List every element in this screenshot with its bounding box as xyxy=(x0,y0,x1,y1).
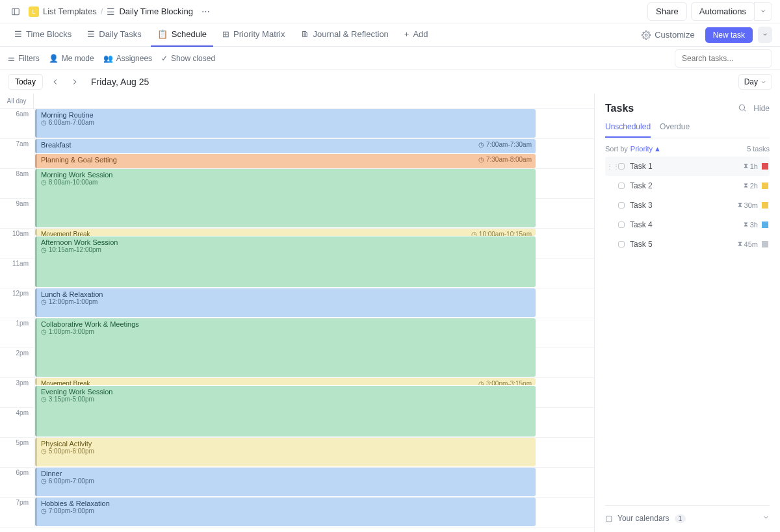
person-icon: 👤 xyxy=(49,54,58,63)
tab-daily-tasks[interactable]: ☰Daily Tasks xyxy=(81,23,148,47)
sort-dropdown[interactable]: Priority▲ xyxy=(630,145,661,153)
automations-button[interactable]: Automations xyxy=(691,2,755,21)
svg-point-3 xyxy=(740,105,745,110)
calendar-event[interactable]: Hobbies & Relaxation◷ 7:00pm-9:00pm xyxy=(35,498,536,526)
date-nav: Today Friday, Aug 25 Day xyxy=(0,70,780,94)
hour-label: 5pm xyxy=(0,438,34,467)
calendar-event[interactable]: Morning Work Session◷ 8:00am-10:00am xyxy=(35,169,536,227)
calendar-icon: 📋 xyxy=(157,29,168,39)
task-row[interactable]: ⋮⋮Task 1⧗1h xyxy=(605,157,770,176)
automations-dropdown[interactable] xyxy=(754,2,772,21)
calendar-event[interactable]: Lunch & Relaxation◷ 12:00pm-1:00pm xyxy=(35,288,536,317)
share-button[interactable]: Share xyxy=(647,2,687,21)
svg-point-2 xyxy=(645,34,647,36)
your-calendars[interactable]: ▢ Your calendars 1 xyxy=(605,505,770,523)
more-icon[interactable]: ⋯ xyxy=(198,4,214,19)
task-row[interactable]: ⋮⋮Task 4⧗3h xyxy=(605,215,770,234)
task-row[interactable]: ⋮⋮Task 3⧗30m xyxy=(605,196,770,215)
search-input[interactable] xyxy=(675,49,772,68)
calendar-grid: 6am7am8am9am10am11am12pm1pm2pm3pm4pm5pm6… xyxy=(0,109,594,527)
me-mode-button[interactable]: 👤Me mode xyxy=(49,54,94,63)
event-title: Collaborative Work & Meetings xyxy=(41,320,532,328)
event-time: ◷ 6:00pm-7:00pm xyxy=(41,477,532,485)
hour-label: 12pm xyxy=(0,288,34,318)
calendar-event[interactable]: Breakfast◷ 7:00am-7:30am xyxy=(35,139,536,153)
new-task-button[interactable]: New task xyxy=(705,27,753,43)
breadcrumb-list[interactable]: Daily Time Blocking xyxy=(119,6,192,16)
add-view-button[interactable]: +Add xyxy=(398,23,435,47)
priority-flag-icon[interactable] xyxy=(762,163,768,170)
hide-button[interactable]: Hide xyxy=(753,104,770,113)
view-range-selector[interactable]: Day xyxy=(738,74,772,90)
event-title: Afternoon Work Session xyxy=(41,238,532,246)
calendar-event[interactable]: Dinner◷ 6:00pm-7:00pm xyxy=(35,468,536,496)
filter-icon: ⚌ xyxy=(8,54,15,63)
tab-schedule[interactable]: 📋Schedule xyxy=(151,23,213,47)
task-duration: ⧗2h xyxy=(744,182,758,190)
event-time: ◷ 10:00am-10:15am xyxy=(471,231,532,236)
tab-time-blocks[interactable]: ☰Time Blocks xyxy=(8,23,78,47)
task-row[interactable]: ⋮⋮Task 5⧗45m xyxy=(605,234,770,254)
sidebar-toggle-icon[interactable] xyxy=(8,4,23,19)
task-status-checkbox[interactable] xyxy=(618,241,625,247)
chevron-down-icon[interactable] xyxy=(762,514,770,523)
calendar-event[interactable]: Movement Break◷ 10:00am-10:15am xyxy=(35,229,536,236)
event-time: ◷ 3:15pm-5:00pm xyxy=(41,396,532,403)
tab-priority-matrix[interactable]: ⊞Priority Matrix xyxy=(216,23,291,47)
task-count: 5 tasks xyxy=(747,145,770,153)
task-status-checkbox[interactable] xyxy=(618,163,625,170)
calendar-event[interactable]: Collaborative Work & Meetings◷ 1:00pm-3:… xyxy=(35,318,536,377)
priority-flag-icon[interactable] xyxy=(762,202,768,209)
tab-overdue[interactable]: Overdue xyxy=(660,122,690,138)
task-status-checkbox[interactable] xyxy=(618,183,625,189)
list-icon: ☰ xyxy=(14,29,22,39)
priority-flag-icon[interactable] xyxy=(762,222,768,228)
tab-unscheduled[interactable]: Unscheduled xyxy=(605,122,651,138)
gear-icon xyxy=(642,31,651,40)
calendar-icon: ▢ xyxy=(605,514,612,523)
hour-label: 1pm xyxy=(0,318,34,348)
list-icon: ☰ xyxy=(107,6,115,17)
calendar[interactable]: All day 6am7am8am9am10am11am12pm1pm2pm3p… xyxy=(0,94,595,532)
next-day-button[interactable] xyxy=(68,75,82,89)
breadcrumb: L List Templates / ☰ Daily Time Blocking… xyxy=(29,4,214,19)
event-time: ◷ 3:00pm-3:15pm xyxy=(478,380,532,385)
event-time: ◷ 8:00am-10:00am xyxy=(41,179,532,186)
folder-icon: L xyxy=(29,6,39,17)
drag-handle-icon[interactable]: ⋮⋮ xyxy=(606,163,613,170)
today-button[interactable]: Today xyxy=(8,74,43,90)
allday-label: All day xyxy=(0,94,34,108)
task-row[interactable]: ⋮⋮Task 2⧗2h xyxy=(605,176,770,196)
current-date: Friday, Aug 25 xyxy=(91,77,149,87)
new-task-dropdown[interactable] xyxy=(758,27,772,43)
event-title: Evening Work Session xyxy=(41,388,532,396)
event-time: ◷ 7:00pm-9:00pm xyxy=(41,507,532,514)
task-duration: ⧗3h xyxy=(744,221,758,229)
task-name: Task 5 xyxy=(630,240,738,249)
task-status-checkbox[interactable] xyxy=(618,222,625,228)
tab-journal[interactable]: 🗎Journal & Reflection xyxy=(294,23,395,47)
calendar-event[interactable]: Movement Break◷ 3:00pm-3:15pm xyxy=(35,378,536,385)
view-tabs: ☰Time Blocks ☰Daily Tasks 📋Schedule ⊞Pri… xyxy=(0,23,780,47)
priority-flag-icon[interactable] xyxy=(762,183,768,189)
assignees-button[interactable]: 👥Assignees xyxy=(103,54,152,63)
event-title: Breakfast xyxy=(41,141,532,149)
calendar-event[interactable]: Planning & Goal Setting◷ 7:30am-8:00am xyxy=(35,154,536,168)
sort-label: Sort by xyxy=(605,145,628,153)
check-icon: ✓ xyxy=(161,54,168,63)
priority-flag-icon[interactable] xyxy=(762,241,768,247)
search-icon[interactable] xyxy=(738,103,747,114)
hour-label: 6am xyxy=(0,109,34,138)
task-status-checkbox[interactable] xyxy=(618,202,625,209)
calendar-event[interactable]: Afternoon Work Session◷ 10:15am-12:00pm xyxy=(35,236,536,287)
calendar-event[interactable]: Physical Activity◷ 5:00pm-6:00pm xyxy=(35,438,536,466)
event-title: Dinner xyxy=(41,470,532,477)
customize-button[interactable]: Customize xyxy=(642,30,694,40)
show-closed-button[interactable]: ✓Show closed xyxy=(161,54,215,63)
calendar-event[interactable]: Evening Work Session◷ 3:15pm-5:00pm xyxy=(35,386,536,437)
filters-button[interactable]: ⚌Filters xyxy=(8,54,40,63)
breadcrumb-folder[interactable]: List Templates xyxy=(43,6,97,16)
prev-day-button[interactable] xyxy=(48,75,62,89)
calendar-event[interactable]: Morning Routine◷ 6:00am-7:00am xyxy=(35,109,536,138)
hourglass-icon: ⧗ xyxy=(738,201,742,209)
